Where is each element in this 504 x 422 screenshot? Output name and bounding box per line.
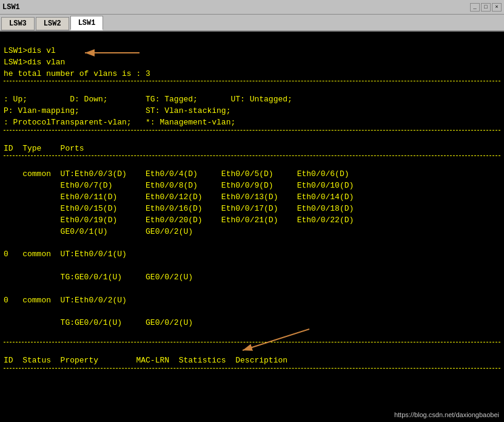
close-button[interactable]: × [492, 3, 502, 12]
tab-lsw3[interactable]: LSW3 [1, 17, 35, 30]
tab-lsw2[interactable]: LSW2 [36, 17, 69, 30]
maximize-button[interactable]: □ [481, 3, 491, 12]
minimize-button[interactable]: _ [470, 3, 480, 12]
watermark: https://blog.csdn.net/daxiongbaobei [394, 411, 499, 418]
tab-bar: LSW3 LSW2 LSW1 [0, 15, 504, 32]
terminal-area[interactable]: LSW1>dis vl LSW1>dis vlan he total numbe… [0, 32, 504, 422]
title-bar: LSW1 _ □ × [0, 0, 504, 15]
title-bar-left: LSW1 [2, 3, 20, 12]
tab-lsw1[interactable]: LSW1 [70, 16, 104, 30]
window-controls[interactable]: _ □ × [470, 3, 502, 12]
terminal-content: LSW1>dis vl LSW1>dis vlan he total numbe… [4, 34, 500, 404]
window-title: LSW1 [2, 3, 20, 12]
